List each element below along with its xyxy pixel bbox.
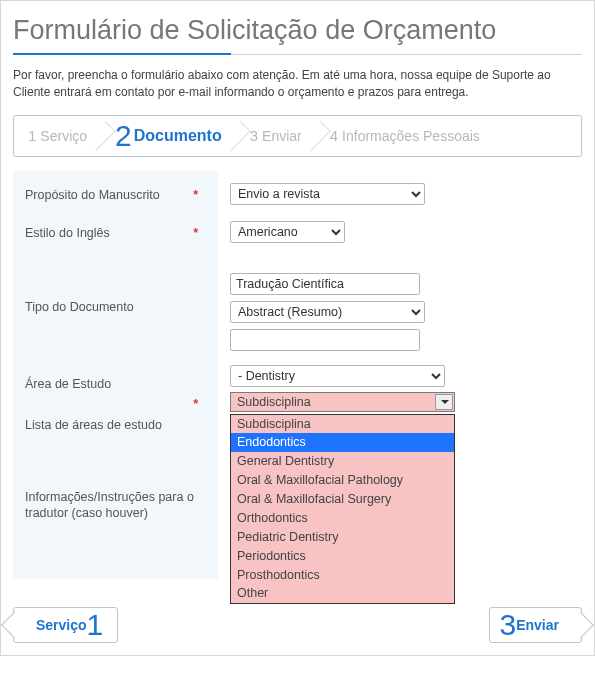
- field-proposito: Envio a revista: [218, 177, 582, 215]
- step-servico[interactable]: 1 Serviço: [14, 116, 101, 156]
- step-number: 2: [115, 121, 132, 151]
- option-subdisciplina[interactable]: Subdisciplina: [231, 415, 454, 434]
- step-indicator: 1 Serviço 2 Documento 3 Enviar 4 Informa…: [13, 115, 582, 157]
- step-enviar[interactable]: 3 Enviar: [236, 116, 316, 156]
- required-marker: *: [193, 187, 198, 204]
- field-tipo-documento: Abstract (Resumo): [218, 253, 582, 363]
- label-tipo-documento: Tipo do Documento: [13, 253, 218, 363]
- next-step-button[interactable]: 3 Enviar: [489, 607, 583, 643]
- option-orthodontics[interactable]: Orthodontics: [231, 509, 454, 528]
- form-area: Propósito do Manuscrito * Estilo do Ingl…: [13, 171, 582, 579]
- label-proposito: Propósito do Manuscrito *: [13, 177, 218, 215]
- prev-step-button[interactable]: Serviço 1: [13, 607, 118, 643]
- field-label: Propósito do Manuscrito: [25, 187, 160, 204]
- step-label: Informações Pessoais: [342, 128, 480, 144]
- subdisciplina-display[interactable]: Subdisciplina: [230, 392, 455, 412]
- quote-form-page: Formulário de Solicitação de Orçamento P…: [0, 0, 595, 656]
- step-label: Serviço: [40, 128, 87, 144]
- tipo-documento-extra[interactable]: [230, 329, 420, 351]
- option-endodontics[interactable]: Endodontics: [231, 433, 454, 452]
- label-lista-areas: Lista de áreas de estudo: [13, 407, 218, 479]
- option-periodontics[interactable]: Periodontics: [231, 547, 454, 566]
- labels-column: Propósito do Manuscrito * Estilo do Ingl…: [13, 171, 218, 579]
- option-oral-max-path[interactable]: Oral & Maxillofacial Pathology: [231, 471, 454, 490]
- step-number: 3: [250, 127, 258, 144]
- option-prosthodontics[interactable]: Prosthodontics: [231, 566, 454, 585]
- option-other[interactable]: Other: [231, 584, 454, 603]
- intro-text: Por favor, preencha o formulário abaixo …: [13, 67, 582, 101]
- prev-number: 1: [87, 610, 104, 640]
- chevron-down-icon: [441, 400, 449, 404]
- subdisciplina-dropdown[interactable]: Subdisciplina Subdisciplina Endodontics …: [230, 392, 570, 412]
- step-number: 1: [28, 127, 36, 144]
- step-informacoes-pessoais[interactable]: 4 Informações Pessoais: [316, 116, 494, 156]
- field-label: Área de Estudo: [25, 376, 111, 393]
- label-area-estudo: Área de Estudo *: [13, 363, 218, 407]
- next-label: Enviar: [516, 617, 559, 633]
- field-area-estudo: - Dentistry Subdisciplina Subdisciplina …: [218, 363, 582, 407]
- tipo-documento-select[interactable]: Abstract (Resumo): [230, 301, 425, 323]
- field-label: Informações/Instruções para o tradutor (…: [25, 490, 194, 521]
- required-marker: *: [193, 396, 198, 413]
- required-marker: *: [193, 225, 198, 242]
- estilo-select[interactable]: Americano: [230, 221, 345, 243]
- tipo-documento-text[interactable]: [230, 273, 420, 295]
- subdisciplina-options-list: Subdisciplina Endodontics General Dentis…: [230, 414, 455, 605]
- field-estilo: Americano: [218, 215, 582, 253]
- option-general-dentistry[interactable]: General Dentistry: [231, 452, 454, 471]
- inputs-column: Envio a revista Americano Abstract (Resu…: [218, 171, 582, 579]
- step-number: 4: [330, 127, 338, 144]
- option-pediatric-dentistry[interactable]: Pediatric Dentistry: [231, 528, 454, 547]
- footer-navigation: Serviço 1 3 Enviar: [13, 607, 582, 643]
- step-label: Enviar: [262, 128, 302, 144]
- label-instrucoes-tradutor: Informações/Instruções para o tradutor (…: [13, 479, 218, 579]
- field-label: Lista de áreas de estudo: [25, 418, 162, 432]
- subdisciplina-value: Subdisciplina: [237, 395, 311, 409]
- field-label: Tipo do Documento: [25, 299, 134, 316]
- proposito-select[interactable]: Envio a revista: [230, 183, 425, 205]
- page-title: Formulário de Solicitação de Orçamento: [13, 15, 582, 46]
- field-label: Estilo do Inglês: [25, 225, 110, 242]
- step-label: Documento: [134, 127, 222, 145]
- next-number: 3: [500, 610, 517, 640]
- label-estilo: Estilo do Inglês *: [13, 215, 218, 253]
- step-documento[interactable]: 2 Documento: [101, 116, 236, 156]
- option-oral-max-surgery[interactable]: Oral & Maxillofacial Surgery: [231, 490, 454, 509]
- title-underline: [13, 54, 582, 55]
- prev-label: Serviço: [36, 617, 87, 633]
- area-estudo-select[interactable]: - Dentistry: [230, 365, 445, 387]
